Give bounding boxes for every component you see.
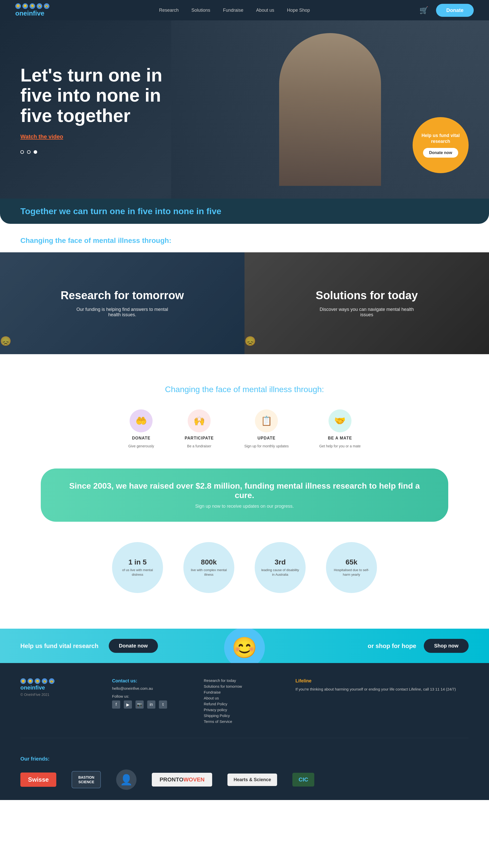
nav-about[interactable]: About us: [256, 8, 274, 13]
footer-link-solutions[interactable]: Solutions for tomorrow: [204, 684, 275, 688]
solutions-card[interactable]: Solutions for today Discover ways you ca…: [245, 252, 489, 354]
cic-logo: CIC: [293, 773, 314, 786]
footer-logo-icon-2: 😔: [28, 678, 33, 684]
participate-icon-label: PARTICIPATE: [185, 436, 214, 440]
hero-section: Let's turn one in five into none in five…: [0, 20, 489, 198]
logo-icon-1: 😊: [15, 3, 21, 9]
research-card-overlay: Research for tomorrow Our funding is hel…: [0, 252, 245, 354]
solutions-card-desc: Discover ways you can navigate mental he…: [316, 307, 418, 317]
avatar-silhouette: 👤: [116, 770, 136, 790]
footer-contact: Contact us: hello@oneinfive.com.au Follo…: [112, 678, 183, 725]
research-smiley-icon: 😞: [0, 336, 11, 346]
cta-bar: Help us fund vital research Donate now 😊…: [0, 629, 489, 663]
hero-dots: [20, 150, 173, 154]
logo-icon-5: 😨: [44, 3, 50, 9]
footer: 😊 😔 😢 😰 😨 oneinfive © OneInFive 2021 Con…: [0, 663, 489, 756]
donate-icon: 🤲: [135, 415, 147, 426]
donate-bubble: Help us fund vital research Donate now: [412, 117, 469, 173]
stat-3rd-text: leading cause of disability in Australia: [260, 568, 301, 577]
hero-dot-2[interactable]: [27, 150, 31, 154]
hero-title: Let's turn one in five into none in five…: [20, 65, 173, 126]
facebook-icon[interactable]: f: [112, 701, 120, 709]
bastion-logo-text: BASTIONSCIENCE: [71, 771, 101, 788]
tagline-bar: Together we can turn one in five into no…: [0, 198, 489, 224]
solutions-smiley-icon: 😞: [245, 336, 256, 346]
stats-row: 1 in 5 of us live with mental distress 8…: [20, 542, 469, 613]
participate-icon-item[interactable]: 🙌 PARTICIPATE Be a fundraiser: [185, 409, 214, 448]
hero-person: [279, 33, 381, 186]
stat-1in5: 1 in 5 of us live with mental distress: [112, 542, 163, 593]
hero-dot-3[interactable]: [34, 150, 37, 154]
linkedin-icon[interactable]: in: [147, 701, 155, 709]
nav-solutions[interactable]: Solutions: [191, 8, 210, 13]
footer-link-terms[interactable]: Terms of Service: [204, 719, 275, 724]
donate-icon-item[interactable]: 🤲 DONATE Give generously: [128, 409, 154, 448]
donate-button[interactable]: Donate: [436, 4, 474, 17]
logo[interactable]: 😊 😔 😢 😰 😨 oneinfive: [15, 3, 50, 17]
footer-lifeline: Lifeline If you're thinking about harmin…: [296, 678, 469, 725]
beamate-icon: 🤝: [334, 415, 346, 426]
pronto-logo-text: PRONTOWOVEN: [152, 773, 212, 786]
raised-sub-text: Sign up now to receive updates on our pr…: [61, 504, 428, 509]
footer-link-about[interactable]: About us: [204, 696, 275, 700]
cards-row: Research for tomorrow Our funding is hel…: [0, 252, 489, 354]
stat-65k-text: Hospitalised due to self-harm yearly: [331, 568, 372, 577]
stat-800k-number: 800k: [201, 558, 217, 566]
footer-contact-title: Contact us:: [112, 678, 183, 684]
logo-icon-2: 😔: [23, 3, 28, 9]
research-card-desc: Our funding is helping find answers to m…: [71, 307, 173, 317]
swisse-logo: Swisse: [20, 773, 56, 787]
update-icon-item[interactable]: 📋 UPDATE Sign up for monthly updates: [244, 409, 288, 448]
footer-logo: 😊 😔 😢 😰 😨 oneinfive © OneInFive 2021: [20, 678, 92, 725]
participate-icon-circle: 🙌: [188, 409, 211, 432]
raised-main-text: Since 2003, we have raised over $2.8 mil…: [61, 481, 428, 500]
participate-icon: 🙌: [193, 415, 205, 426]
update-icon-circle: 📋: [255, 409, 278, 432]
nav-research[interactable]: Research: [159, 8, 179, 13]
beamate-icon-circle: 🤝: [329, 409, 352, 432]
donate-now-button-hero[interactable]: Donate now: [423, 148, 458, 158]
cta-donate-button[interactable]: Donate now: [109, 639, 158, 653]
participate-icon-sublabel: Be a fundraiser: [187, 444, 211, 448]
donate-bubble-text: Help us fund vital research: [412, 133, 469, 145]
footer-link-shipping[interactable]: Shipping Policy: [204, 713, 275, 718]
changing-face-header-2: Changing the face of mental illness thro…: [20, 385, 469, 394]
youtube-icon[interactable]: ▶: [124, 701, 132, 709]
footer-logo-icon-4: 😰: [42, 678, 48, 684]
research-card[interactable]: Research for tomorrow Our funding is hel…: [0, 252, 245, 354]
footer-link-refund[interactable]: Refund Policy: [204, 702, 275, 706]
twitter-icon[interactable]: t: [159, 701, 167, 709]
footer-logo-icon-5: 😨: [49, 678, 55, 684]
logo-icon-3: 😢: [30, 3, 35, 9]
footer-link-fundraise[interactable]: Fundraise: [204, 690, 275, 694]
hero-content: Let's turn one in five into none in five…: [20, 65, 173, 154]
cta-shop-button[interactable]: Shop now: [424, 639, 469, 653]
friends-logos: Swisse BASTIONSCIENCE 👤 PRONTOWOVEN Hear…: [20, 770, 469, 790]
update-icon-sublabel: Sign up for monthly updates: [244, 444, 288, 448]
update-icon-label: UPDATE: [257, 436, 276, 440]
logo-icon-4: 😰: [37, 3, 42, 9]
donate-icon-sublabel: Give generously: [128, 444, 154, 448]
hearts-logo-text: Hearts & Science: [227, 774, 277, 786]
stat-800k: 800k live with complex mental illness: [183, 542, 234, 593]
raised-banner: Since 2003, we have raised over $2.8 mil…: [41, 468, 448, 522]
watch-video-link[interactable]: Watch the video: [20, 133, 63, 140]
beamate-icon-item[interactable]: 🤝 BE A MATE Get help for you or a mate: [319, 409, 361, 448]
nav-hope-shop[interactable]: Hope Shop: [287, 8, 310, 13]
nav-fundraise[interactable]: Fundraise: [223, 8, 243, 13]
hero-dot-1[interactable]: [20, 150, 24, 154]
cic-logo-text: CIC: [293, 773, 314, 786]
changing-face-section-2: Changing the face of mental illness thro…: [0, 369, 489, 629]
footer-email[interactable]: hello@oneinfive.com.au: [112, 686, 183, 690]
cta-right: or shop for hope Shop now: [368, 639, 469, 653]
footer-link-privacy[interactable]: Privacy policy: [204, 708, 275, 712]
donate-icon-label: DONATE: [132, 436, 150, 440]
footer-divider: [20, 738, 469, 738]
stat-1in5-number: 1 in 5: [128, 558, 147, 566]
footer-link-research[interactable]: Research for today: [204, 678, 275, 683]
cart-icon[interactable]: 🛒: [420, 6, 428, 14]
cta-left: Help us fund vital research Donate now: [20, 639, 158, 653]
avatar-logo: 👤: [116, 770, 136, 790]
pronto-logo: PRONTOWOVEN: [152, 773, 212, 786]
instagram-icon[interactable]: 📷: [135, 701, 144, 709]
